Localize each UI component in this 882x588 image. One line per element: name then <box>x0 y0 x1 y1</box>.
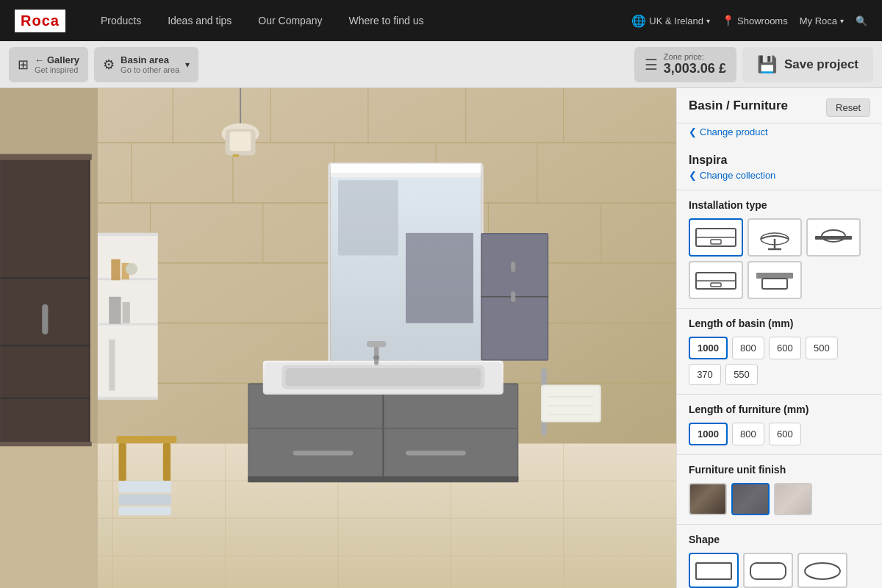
shape-option-2[interactable] <box>743 553 793 588</box>
svg-rect-104 <box>711 283 721 287</box>
gallery-button[interactable]: ⊞ ← Gallery Get inspired <box>9 47 88 82</box>
panel-header: Basin / Furniture Reset <box>677 88 882 123</box>
my-roca-link[interactable]: My Roca ▾ <box>800 15 844 26</box>
basin-area-sublabel: Go to other area <box>121 65 179 74</box>
svg-rect-67 <box>511 262 515 272</box>
change-collection-label: Change collection <box>700 170 775 181</box>
svg-rect-96 <box>711 240 721 244</box>
svg-rect-44 <box>98 323 158 326</box>
main-content: Basin / Furniture Reset ❮ Change product… <box>0 88 882 588</box>
change-product-label: Change product <box>700 126 768 137</box>
basin-length-370[interactable]: 370 <box>689 364 721 385</box>
nav-products[interactable]: Products <box>87 0 154 41</box>
back-arrow-icon: ← <box>35 54 44 65</box>
shape-title: Shape <box>689 534 870 545</box>
nav-where[interactable]: Where to find us <box>335 0 437 41</box>
svg-rect-45 <box>98 397 158 400</box>
change-collection-link[interactable]: ❮ Change collection <box>689 170 870 181</box>
shape-section: Shape <box>677 525 882 588</box>
logo[interactable]: Roca <box>15 10 65 32</box>
svg-rect-55 <box>230 132 251 151</box>
chevron-down-icon: ▾ <box>706 17 710 25</box>
finish-swatch-dark-wood[interactable] <box>689 483 727 515</box>
svg-rect-88 <box>116 436 176 443</box>
installation-option-1[interactable] <box>689 218 743 257</box>
zone-label: Zone price: <box>664 52 726 61</box>
my-roca-label: My Roca <box>800 15 837 26</box>
svg-rect-80 <box>367 341 387 347</box>
svg-rect-91 <box>119 481 172 492</box>
finish-swatch-light[interactable] <box>774 483 812 515</box>
nav-company[interactable]: Our Company <box>245 0 335 41</box>
svg-rect-90 <box>163 443 171 481</box>
globe-icon: 🌐 <box>631 14 646 28</box>
basin-area-label: Basin area <box>121 54 169 65</box>
svg-point-81 <box>373 356 379 360</box>
panel-title: Basin / Furniture <box>689 98 788 113</box>
svg-rect-72 <box>406 451 466 455</box>
svg-rect-61 <box>338 180 398 255</box>
svg-rect-71 <box>293 451 354 455</box>
installation-option-2[interactable] <box>747 218 802 257</box>
chevron-down-icon-basin: ▾ <box>185 60 190 70</box>
svg-point-109 <box>805 563 840 579</box>
reset-button[interactable]: Reset <box>826 98 870 117</box>
installation-option-5[interactable] <box>747 261 802 299</box>
basin-length-section: Length of basin (mm) 1000 800 600 500 37… <box>677 309 882 395</box>
change-product-link[interactable]: ❮ Change product <box>677 123 882 146</box>
save-label: Save project <box>784 57 858 72</box>
collection-section: Inspira ❮ Change collection <box>677 146 882 190</box>
showrooms-link[interactable]: 📍 Showrooms <box>722 15 788 26</box>
svg-rect-105 <box>756 273 793 279</box>
svg-rect-49 <box>109 297 121 324</box>
furniture-finish-title: Furniture unit finish <box>689 464 870 476</box>
region-selector[interactable]: 🌐 UK & Ireland ▾ <box>631 14 710 28</box>
furniture-length-800[interactable]: 800 <box>732 423 764 445</box>
finish-swatch-grey[interactable] <box>731 483 770 515</box>
showrooms-label: Showrooms <box>737 15 788 26</box>
zone-price: ☰ Zone price: 3,003.06 £ <box>634 47 736 82</box>
chevron-left-icon: ❮ <box>689 170 697 181</box>
list-icon: ☰ <box>645 56 658 74</box>
furniture-length-title: Length of furniture (mm) <box>689 404 870 415</box>
chevron-down-icon-product: ❮ <box>689 126 697 137</box>
installation-type-section: Installation type <box>677 190 882 309</box>
basin-length-1000[interactable]: 1000 <box>689 337 728 359</box>
collection-name: Inspira <box>689 154 870 167</box>
basin-length-title: Length of basin (mm) <box>689 318 870 329</box>
nav-ideas[interactable]: Ideas and tips <box>154 0 245 41</box>
shape-options <box>689 553 870 588</box>
shape-option-1[interactable] <box>689 553 739 588</box>
basin-length-500[interactable]: 500 <box>806 337 838 359</box>
toolbar: ⊞ ← Gallery Get inspired ⚙ Basin area Go… <box>0 41 882 88</box>
svg-rect-108 <box>750 563 786 579</box>
search-icon: 🔍 <box>856 15 867 26</box>
basin-length-550[interactable]: 550 <box>725 364 758 385</box>
svg-rect-100 <box>815 236 852 240</box>
save-project-button[interactable]: 💾 Save project <box>742 47 873 82</box>
furniture-finish-section: Furniture unit finish <box>677 455 882 525</box>
shape-option-3[interactable] <box>797 553 847 588</box>
color-swatches <box>689 483 870 515</box>
svg-rect-50 <box>123 302 130 323</box>
save-icon: 💾 <box>757 55 777 74</box>
svg-rect-39 <box>0 154 92 160</box>
basin-length-800[interactable]: 800 <box>732 337 764 359</box>
svg-rect-34 <box>1 159 89 442</box>
installation-option-3[interactable] <box>806 218 861 257</box>
nav-links: Products Ideas and tips Our Company Wher… <box>87 0 631 41</box>
furniture-length-1000[interactable]: 1000 <box>689 423 728 445</box>
basin-length-600[interactable]: 600 <box>769 337 801 359</box>
installation-option-4[interactable] <box>689 261 743 299</box>
search-button[interactable]: 🔍 <box>856 15 867 26</box>
svg-rect-84 <box>542 386 600 420</box>
svg-rect-62 <box>406 233 473 323</box>
basin-area-button[interactable]: ⚙ Basin area Go to other area ▾ <box>94 47 198 82</box>
svg-rect-51 <box>109 340 115 391</box>
svg-rect-42 <box>98 233 158 236</box>
chevron-down-icon-2: ▾ <box>840 17 844 25</box>
svg-rect-74 <box>248 476 518 482</box>
logo-text: Roca <box>15 10 65 32</box>
furniture-length-600[interactable]: 600 <box>769 423 801 445</box>
svg-rect-106 <box>762 279 787 289</box>
